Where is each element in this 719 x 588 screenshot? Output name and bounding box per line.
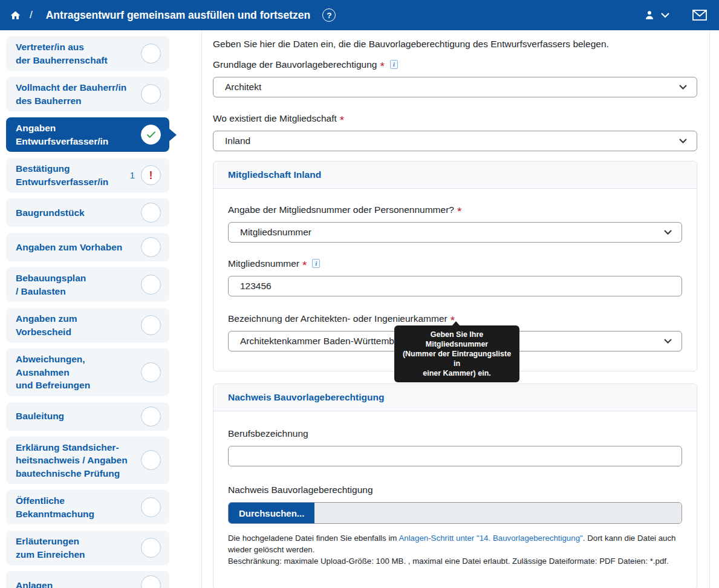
check-icon [141, 125, 161, 145]
mitgliedschaft-ort-label: Wo existiert die Mitgliedschaft * [213, 112, 697, 125]
error-count-badge: 1 [129, 170, 135, 181]
select-chevron-icon [664, 339, 672, 344]
sidebar-item-standsicherheitsnachweis[interactable]: Erklärung Standsicher- heitsnachweis / A… [6, 437, 169, 485]
step-status-empty-icon [141, 362, 161, 382]
file-upload-control[interactable]: Durchsuchen... [228, 502, 682, 524]
berufsbezeichnung-label: Berufsbezeichnung [228, 427, 682, 440]
user-icon [644, 10, 655, 21]
step-status-empty-icon [141, 275, 161, 295]
grundlage-select[interactable]: Architekt [213, 77, 697, 97]
required-asterisk: * [340, 117, 344, 123]
step-status-empty-icon [141, 315, 161, 335]
step-status-empty-icon [141, 575, 161, 588]
sidebar-item-angaben-vorhaben[interactable]: Angaben zum Vorhaben [6, 233, 169, 261]
angabe-nummer-select[interactable]: Mitgliedsnummer [228, 222, 682, 243]
mitgliedsnummer-label: Mitgliedsnummer * i [228, 257, 682, 270]
form-intro-text: Geben Sie hier die Daten ein, die die Ba… [213, 38, 697, 51]
sidebar-item-baugrundstueck[interactable]: Baugrundstück [6, 198, 169, 227]
mitgliedschaft-ort-select[interactable]: Inland [213, 131, 697, 151]
step-status-empty-icon [141, 203, 161, 223]
home-icon[interactable] [10, 10, 21, 21]
required-asterisk: * [457, 209, 461, 215]
info-icon[interactable]: i [312, 259, 320, 268]
step-status-empty-icon [141, 407, 161, 426]
file-upload-track [314, 503, 682, 523]
step-status-empty-icon [141, 497, 161, 517]
browse-button[interactable]: Durchsuchen... [229, 503, 314, 523]
help-icon[interactable]: ? [322, 8, 336, 22]
step-status-empty-icon [141, 538, 161, 558]
info-icon[interactable]: i [390, 60, 398, 69]
breadcrumb-separator: / [30, 9, 33, 21]
sidebar-item-bauleitung[interactable]: Bauleitung [6, 402, 169, 431]
angabe-nummer-label: Angabe der Mitgliedsnummer oder Personen… [228, 203, 682, 217]
user-menu[interactable] [644, 10, 669, 21]
required-asterisk: * [302, 263, 307, 269]
select-chevron-icon [679, 139, 687, 143]
exclamation-icon: ! [141, 165, 161, 185]
sidebar-item-abweichungen[interactable]: Abweichungen, Ausnahmen und Befreiungen [6, 348, 169, 396]
sidebar-item-angaben-entwurfsverfasser[interactable]: Angaben Entwurfsverfasser/in [6, 117, 169, 152]
select-chevron-icon [679, 85, 687, 90]
required-asterisk: * [380, 64, 384, 70]
sidebar-item-oeffentliche-bekanntmachung[interactable]: Öffentliche Bekanntmachung [6, 490, 169, 524]
step-status-empty-icon [141, 237, 161, 257]
app-header: / Antragsentwurf gemeinsam ausfüllen und… [0, 0, 719, 30]
step-status-empty-icon [141, 44, 161, 64]
grundlage-label: Grundlage der Bauvorlageberechtigung * i [213, 58, 697, 71]
card-nachweis-bauvorlageberechtigung: Nachweis Bauvorlageberechtigung Berufsbe… [213, 384, 697, 588]
step-status-empty-icon [141, 84, 161, 104]
upload-hints: Die hochgeladene Datei finden Sie ebenfa… [228, 532, 682, 567]
sidebar-item-vorbescheid[interactable]: Angaben zum Vorbescheid [6, 308, 169, 342]
sidebar-item-vertreter[interactable]: Vertreter/in aus der Bauherrenschaft [6, 36, 169, 71]
card-title: Nachweis Bauvorlageberechtigung [213, 384, 697, 411]
sidebar-item-anlagen[interactable]: Anlagen [6, 571, 169, 588]
form-content: Geben Sie hier die Daten ein, die die Ba… [201, 30, 710, 588]
card-mitgliedschaft-inland: Mitgliedschaft Inland Angabe der Mitglie… [213, 161, 697, 371]
step-status-empty-icon [141, 450, 161, 470]
select-chevron-icon [664, 230, 672, 235]
sidebar-item-erlaeuterungen[interactable]: Erläuterungen zum Einreichen [6, 531, 169, 565]
berufsbezeichnung-input[interactable] [240, 451, 670, 462]
anlagen-schritt-link[interactable]: Anlagen-Schritt unter "14. Bauvorlageber… [399, 534, 582, 543]
upload-label: Nachweis Bauvorlageberechtigung [228, 483, 682, 497]
card-title: Mitgliedschaft Inland [213, 162, 697, 189]
mail-icon[interactable] [692, 10, 707, 21]
sidebar-item-bebauungsplan[interactable]: Bebauungsplan / Baulasten [6, 267, 169, 302]
sidebar-item-vollmacht[interactable]: Vollmacht der Bauherr/in des Bauherren [6, 77, 169, 111]
mitgliedsnummer-tooltip: Geben Sie Ihre Mitgliedsnummer (Nummer d… [394, 325, 519, 382]
chevron-down-icon [661, 13, 669, 18]
page-title: Antragsentwurf gemeinsam ausfüllen und f… [46, 9, 311, 22]
mitgliedsnummer-input[interactable] [240, 281, 670, 292]
step-sidebar: Vertreter/in aus der Bauherrenschaft Vol… [6, 30, 169, 588]
sidebar-item-bestaetigung-entwurfsverfasser[interactable]: Bestätigung Entwurfsverfasser/in 1 ! [6, 158, 169, 192]
